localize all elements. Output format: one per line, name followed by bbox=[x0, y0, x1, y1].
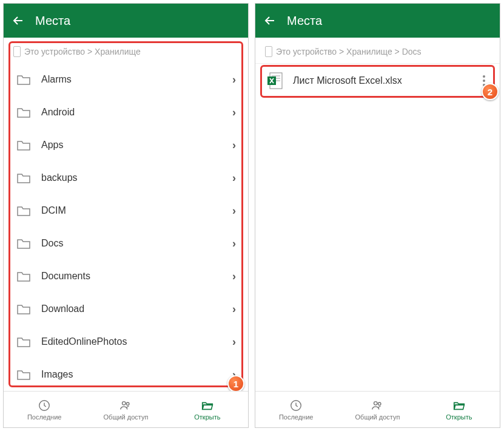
nav-open[interactable]: Открыть bbox=[167, 392, 248, 427]
phone-right: Места Это устройство > Хранилище > Docs … bbox=[255, 3, 500, 428]
folder-row[interactable]: EditedOnlinePhotos › bbox=[4, 325, 248, 358]
folder-icon bbox=[16, 139, 32, 151]
folder-icon bbox=[16, 172, 32, 184]
folder-row[interactable]: Images › bbox=[4, 358, 248, 391]
chevron-right-icon: › bbox=[232, 73, 236, 86]
folder-open-icon bbox=[201, 399, 214, 412]
nav-open[interactable]: Открыть bbox=[418, 392, 500, 427]
chevron-right-icon: › bbox=[232, 270, 236, 283]
svg-point-9 bbox=[374, 401, 378, 405]
breadcrumb[interactable]: Это устройство > Хранилище bbox=[4, 38, 248, 63]
folder-label: EditedOnlinePhotos bbox=[41, 336, 223, 347]
chevron-right-icon: › bbox=[232, 303, 236, 316]
folder-label: Download bbox=[41, 304, 223, 314]
breadcrumb-text: Это устройство > Хранилище > Docs bbox=[276, 47, 422, 56]
folder-label: Alarms bbox=[41, 74, 223, 85]
folder-label: backups bbox=[41, 172, 223, 183]
chevron-right-icon: › bbox=[232, 336, 236, 348]
chevron-right-icon: › bbox=[232, 139, 236, 152]
nav-recent[interactable]: Последние bbox=[255, 392, 337, 427]
chevron-right-icon: › bbox=[232, 237, 236, 250]
chevron-right-icon: › bbox=[232, 205, 236, 217]
file-label: Лист Microsoft Excel.xlsx bbox=[293, 75, 471, 86]
nav-label: Открыть bbox=[194, 413, 220, 421]
header: Места bbox=[255, 4, 500, 38]
folder-label: Android bbox=[41, 107, 223, 118]
bottom-nav: Последние Общий доступ Открыть bbox=[4, 391, 248, 427]
back-icon[interactable] bbox=[263, 13, 277, 28]
people-icon bbox=[119, 399, 132, 412]
nav-label: Открыть bbox=[446, 413, 472, 421]
nav-label: Общий доступ bbox=[104, 413, 149, 421]
content: 1 Это устройство > Хранилище Alarms › An… bbox=[4, 38, 248, 391]
nav-recent[interactable]: Последние bbox=[4, 392, 85, 427]
nav-label: Общий доступ bbox=[355, 413, 400, 421]
folder-icon bbox=[16, 368, 32, 381]
clock-icon bbox=[289, 399, 303, 412]
folder-icon bbox=[16, 205, 32, 217]
folder-label: Documents bbox=[41, 271, 223, 282]
svg-point-1 bbox=[123, 401, 126, 405]
header: Места bbox=[4, 4, 248, 38]
folder-label: Images bbox=[41, 369, 223, 380]
folder-icon bbox=[16, 270, 32, 282]
folder-row[interactable]: DCIM › bbox=[4, 194, 248, 227]
chevron-right-icon: › bbox=[232, 172, 236, 185]
folder-icon bbox=[16, 303, 32, 315]
phone-left: Места 1 Это устройство > Хранилище Alarm… bbox=[3, 3, 249, 428]
bottom-nav: Последние Общий доступ Открыть bbox=[255, 391, 500, 427]
folder-row[interactable]: Documents › bbox=[4, 260, 248, 293]
folder-list: Alarms › Android › Apps › backups › DCIM bbox=[4, 63, 248, 391]
nav-shared[interactable]: Общий доступ bbox=[337, 392, 418, 427]
page-title: Места bbox=[35, 14, 70, 28]
clock-icon bbox=[38, 399, 51, 412]
excel-icon bbox=[266, 72, 284, 90]
nav-shared[interactable]: Общий доступ bbox=[85, 392, 166, 427]
device-icon bbox=[13, 46, 21, 57]
folder-row[interactable]: Alarms › bbox=[4, 63, 248, 96]
people-icon bbox=[371, 399, 384, 412]
nav-label: Последние bbox=[279, 413, 314, 421]
folder-icon bbox=[16, 73, 32, 86]
folder-row[interactable]: Android › bbox=[4, 96, 248, 129]
breadcrumb-text: Это устройство > Хранилище bbox=[24, 47, 141, 56]
svg-rect-4 bbox=[272, 75, 280, 76]
content: Это устройство > Хранилище > Docs 2 Лист… bbox=[255, 38, 500, 391]
back-icon[interactable] bbox=[11, 13, 25, 28]
chevron-right-icon: › bbox=[232, 106, 236, 119]
folder-label: DCIM bbox=[41, 205, 223, 216]
file-row[interactable]: Лист Microsoft Excel.xlsx bbox=[255, 64, 500, 98]
step-badge: 1 bbox=[227, 375, 244, 391]
svg-point-10 bbox=[378, 402, 381, 405]
folder-row[interactable]: backups › bbox=[4, 161, 248, 194]
folder-row[interactable]: Download › bbox=[4, 293, 248, 325]
folder-icon bbox=[16, 336, 32, 348]
breadcrumb[interactable]: Это устройство > Хранилище > Docs bbox=[255, 38, 500, 64]
folder-open-icon bbox=[452, 399, 466, 412]
step-badge: 2 bbox=[482, 83, 499, 100]
device-icon bbox=[265, 46, 272, 57]
page-title: Места bbox=[287, 14, 322, 28]
folder-label: Docs bbox=[41, 238, 223, 249]
folder-label: Apps bbox=[41, 140, 223, 151]
svg-point-2 bbox=[127, 402, 130, 405]
folder-icon bbox=[16, 237, 32, 249]
nav-label: Последние bbox=[27, 413, 62, 421]
folder-icon bbox=[16, 106, 32, 118]
folder-row[interactable]: Apps › bbox=[4, 129, 248, 161]
folder-row[interactable]: Docs › bbox=[4, 227, 248, 260]
